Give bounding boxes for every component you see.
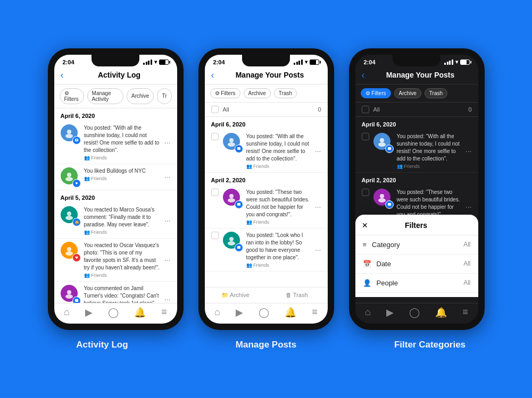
chip-archive[interactable]: Archive	[127, 88, 154, 104]
chip-filters[interactable]: ⚙ Filters	[60, 88, 84, 104]
avatar	[373, 189, 393, 208]
manage-item: You posted: "Look who I ran into in the …	[205, 228, 328, 272]
post-badge	[385, 200, 394, 209]
back-button[interactable]: ‹	[211, 70, 214, 81]
trash-button[interactable]: 🗑 Trash	[266, 287, 328, 303]
more-options[interactable]: ···	[315, 245, 321, 254]
svg-point-21	[229, 237, 234, 241]
nav-notifications[interactable]: 🔔	[435, 307, 447, 318]
nav-home[interactable]: ⌂	[64, 307, 70, 318]
filter-row-date[interactable]: 📅 Date All	[355, 255, 478, 274]
react-badge: 😀	[72, 218, 81, 226]
filter-category-label: Category	[372, 241, 463, 249]
more-options[interactable]: ···	[164, 216, 171, 225]
wifi-icon: ▾	[305, 59, 307, 65]
nav-profile[interactable]: ◯	[259, 307, 269, 318]
avatar	[61, 285, 80, 303]
item-checkbox[interactable]	[211, 189, 219, 196]
app-header: ‹ Manage Your Posts	[205, 67, 328, 84]
chip-filters[interactable]: ⚙ Filters	[210, 88, 240, 98]
svg-point-28	[378, 198, 386, 202]
svg-point-22	[228, 241, 235, 245]
svg-point-1	[65, 134, 73, 138]
post-desc: You posted: "With all the sunshine today…	[246, 133, 311, 163]
back-button[interactable]: ‹	[362, 70, 365, 81]
nav-menu[interactable]: ≡	[312, 307, 318, 318]
status-right: ▾	[444, 59, 470, 65]
filter-date-value: All	[463, 260, 470, 267]
filter-row-people[interactable]: 👤 People All	[355, 274, 478, 293]
avatar	[373, 133, 393, 152]
chip-trash[interactable]: Tr	[157, 88, 171, 104]
label-activity-log: Activity Log	[28, 340, 177, 350]
post-desc: You posted: "With all the sunshine today…	[397, 133, 461, 163]
activity-text: You reacted to Oscar Vasquez's photo: "T…	[84, 242, 160, 278]
nav-video[interactable]: ▶	[386, 307, 394, 318]
chip-filters[interactable]: ⚙ Filters	[361, 88, 391, 98]
nav-menu[interactable]: ≡	[161, 307, 167, 318]
svg-point-11	[65, 251, 73, 256]
nav-menu[interactable]: ≡	[462, 307, 468, 318]
filter-panel: ✕ Filters ≡ Category All 📅 Date All 👤 Pe…	[355, 215, 478, 297]
screen-filter-categories: 2:04 ▾ ‹ Manage Your Posts ⚙ Filters Arc…	[355, 55, 478, 324]
activity-item: You commented on Jamil Turner's video: "…	[54, 282, 177, 303]
more-options[interactable]: ···	[315, 147, 321, 155]
avatar	[61, 167, 80, 187]
notch	[92, 55, 139, 66]
activity-item: You liked Bulldogs of NYC 👥 Friends ···	[54, 164, 177, 190]
people-icon: 👤	[363, 279, 371, 287]
nav-video[interactable]: ▶	[236, 307, 243, 318]
post-text: You posted: "With all the sunshine today…	[246, 133, 311, 169]
filter-date-label: Date	[377, 260, 464, 268]
select-all-checkbox[interactable]	[362, 106, 369, 113]
back-button[interactable]: ‹	[61, 70, 64, 81]
wifi-icon: ▾	[154, 59, 157, 65]
select-all-checkbox[interactable]	[211, 106, 219, 113]
item-checkbox[interactable]	[211, 232, 219, 239]
svg-rect-4	[76, 140, 77, 140]
more-options[interactable]: ···	[466, 202, 472, 211]
filter-close-button[interactable]: ✕	[362, 221, 368, 230]
archive-button[interactable]: 📁 Archive	[205, 287, 267, 303]
filter-row-category[interactable]: ≡ Category All	[355, 235, 478, 255]
chip-archive[interactable]: Archive	[394, 88, 421, 98]
svg-point-7	[67, 211, 71, 216]
more-options[interactable]: ···	[164, 173, 171, 181]
nav-notifications[interactable]: 🔔	[285, 307, 296, 318]
activity-audience: 👥 Friends	[84, 155, 160, 160]
more-options[interactable]: ···	[315, 202, 321, 211]
more-options[interactable]: ···	[164, 138, 171, 147]
comment-badge	[72, 297, 81, 303]
nav-profile[interactable]: ◯	[409, 307, 420, 318]
nav-notifications[interactable]: 🔔	[134, 307, 146, 318]
battery-icon	[310, 60, 319, 65]
nav-profile[interactable]: ◯	[108, 307, 119, 318]
action-bar: 📁 Archive 🗑 Trash	[205, 287, 328, 303]
svg-rect-14	[75, 299, 78, 302]
activity-desc: You commented on Jamil Turner's video: "…	[84, 285, 160, 303]
nav-video[interactable]: ▶	[85, 307, 93, 318]
item-checkbox[interactable]	[362, 189, 369, 196]
filter-chips: ⚙ Filters Archive Trash	[205, 84, 328, 103]
section-date-1: April 6, 2020	[355, 117, 478, 130]
svg-point-0	[67, 130, 71, 134]
chip-archive[interactable]: Archive	[244, 88, 271, 98]
signal-icon	[143, 60, 152, 65]
item-checkbox[interactable]	[211, 133, 219, 140]
post-desc: You posted: "Look who I ran into in the …	[246, 232, 311, 261]
more-options[interactable]: ···	[164, 295, 171, 303]
chip-trash[interactable]: Trash	[274, 88, 297, 98]
screen-manage-posts: 2:04 ▾ ‹ Manage Your Posts ⚙ Filters Arc…	[205, 55, 328, 324]
select-all-row: All 0	[355, 103, 478, 117]
activity-text: You reacted to Marco Sousa's comment: "F…	[84, 206, 160, 235]
nav-home[interactable]: ⌂	[214, 307, 220, 318]
more-options[interactable]: ···	[466, 147, 472, 155]
nav-bar: ⌂ ▶ ◯ 🔔 ≡	[54, 303, 177, 324]
chip-manage[interactable]: Manage Activity	[87, 88, 123, 104]
item-checkbox[interactable]	[362, 133, 369, 140]
nav-bar: ⌂ ▶ ◯ 🔔 ≡	[205, 303, 328, 324]
chip-trash[interactable]: Trash	[425, 88, 447, 98]
nav-home[interactable]: ⌂	[365, 307, 371, 318]
svg-point-15	[229, 138, 234, 142]
more-options[interactable]: ···	[164, 256, 171, 264]
